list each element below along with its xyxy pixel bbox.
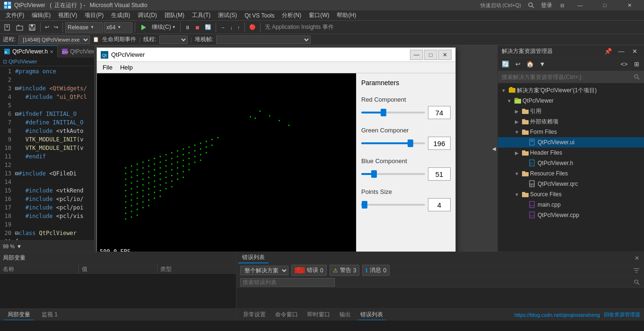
green-value[interactable]: 196 xyxy=(428,137,451,150)
qt-menu-help[interactable]: Help xyxy=(116,63,137,72)
menu-file[interactable]: 文件(F) xyxy=(2,10,28,20)
menu-qt[interactable]: Qt VS Tools xyxy=(241,11,278,20)
blog-link[interactable]: https://blog.csdn.net/qinqinxiansheng xyxy=(514,312,600,318)
error-list-tab[interactable]: 错误列表 xyxy=(238,253,269,263)
menu-project[interactable]: 项目(P) xyxy=(81,10,107,20)
hdr-expand[interactable]: ▶ xyxy=(513,149,521,157)
tab-cpp[interactable]: C++ QtPclViewer.cpp xyxy=(58,45,95,58)
info-filter-btn[interactable]: ℹ 消息 0 xyxy=(362,265,390,276)
close-btn[interactable]: ✕ xyxy=(618,0,640,10)
solution-expand[interactable]: ▼ xyxy=(500,87,507,94)
menu-team[interactable]: 团队(M) xyxy=(161,10,188,20)
undo-btn[interactable]: ↩ xyxy=(43,22,51,33)
locals-tab[interactable]: 局部变量 xyxy=(4,310,34,320)
points-slider[interactable] xyxy=(361,204,425,206)
solution-search-input[interactable] xyxy=(502,74,632,80)
qtpclviewer-ui[interactable]: QtPclViewer.ui xyxy=(498,137,644,148)
project-expand[interactable]: ▼ xyxy=(505,97,513,105)
pin-btn[interactable]: 📌 xyxy=(602,46,614,57)
thread-select[interactable] xyxy=(159,35,188,44)
platform-dropdown[interactable]: x64 ▼ xyxy=(104,22,132,33)
scope-select[interactable]: 整个解决方案 xyxy=(240,266,288,275)
code-content[interactable]: 1#pragma once 2 3⊟#include <QtWidgets/ 4… xyxy=(0,66,94,240)
maximize-btn[interactable]: □ xyxy=(594,0,616,10)
warning-filter-btn[interactable]: ⚠ 警告 3 xyxy=(330,265,360,276)
pcl-canvas[interactable]: 500.0 FPS xyxy=(97,73,356,252)
config-dropdown[interactable]: Release ▼ xyxy=(65,22,103,33)
save-btn[interactable] xyxy=(26,22,38,33)
minimize-btn[interactable]: — xyxy=(569,0,591,10)
project-root[interactable]: ▼ QtPclViewer xyxy=(498,96,644,106)
panel-collapse-btn[interactable]: ◀ xyxy=(491,134,497,163)
open-btn[interactable] xyxy=(14,22,26,33)
se-sync-btn[interactable]: 🔄 xyxy=(500,59,511,70)
cmd-tab[interactable]: 命令窗口 xyxy=(272,310,301,320)
output-tab[interactable]: 输出 xyxy=(337,310,354,320)
ref-expand[interactable]: ▶ xyxy=(513,107,521,115)
zoom-down[interactable]: ▼ xyxy=(17,244,22,249)
step-over-btn[interactable]: → xyxy=(218,22,227,33)
play-btn[interactable] xyxy=(138,22,149,33)
menu-edit[interactable]: 编辑(E) xyxy=(28,10,54,20)
menu-test[interactable]: 测试(S) xyxy=(214,10,241,20)
source-files-folder[interactable]: ▼ Source Files xyxy=(498,189,644,200)
green-slider[interactable] xyxy=(361,142,425,144)
continue-btn[interactable]: 继续(C) ▼ xyxy=(150,22,178,33)
menu-view[interactable]: 视图(V) xyxy=(54,10,81,20)
restart-btn[interactable]: 🔄 xyxy=(203,22,213,33)
pause-btn[interactable]: ⏸ xyxy=(183,22,192,33)
exception-tab[interactable]: 异常设置 xyxy=(240,310,269,320)
redo-btn[interactable]: ↪ xyxy=(52,22,60,33)
menu-help[interactable]: 帮助(H) xyxy=(333,10,360,20)
quick-launch[interactable]: 快速启动 (Ctrl+Q) xyxy=(477,2,525,9)
collapse-se-btn[interactable]: — xyxy=(616,46,627,57)
main-cpp[interactable]: c++ main.cpp xyxy=(498,200,644,210)
menu-analyze[interactable]: 分析(N) xyxy=(278,10,305,20)
red-value[interactable]: 74 xyxy=(428,106,451,119)
form-expand[interactable]: ▼ xyxy=(513,128,521,136)
header-files-folder[interactable]: ▶ Header Files xyxy=(498,148,644,158)
qtpclviewer-cpp[interactable]: c++ QtPclViewer.cpp xyxy=(498,210,644,220)
external-deps-folder[interactable]: ▶ 外部依赖项 xyxy=(498,116,644,127)
resource-manager-link[interactable]: 回收资源管理器 xyxy=(604,311,640,318)
close-se-btn[interactable]: ✕ xyxy=(629,46,640,57)
step-into-btn[interactable]: ↓ xyxy=(228,22,235,33)
stack-select[interactable] xyxy=(216,35,311,44)
menu-build[interactable]: 生成(B) xyxy=(107,10,134,20)
menu-tools[interactable]: 工具(T) xyxy=(188,10,214,20)
form-files-folder[interactable]: ▼ Form Files xyxy=(498,127,644,137)
blue-value[interactable]: 51 xyxy=(428,167,451,181)
res-expand[interactable]: ▼ xyxy=(513,170,521,177)
qt-minimize-btn[interactable]: — xyxy=(410,50,423,60)
ext-expand[interactable]: ▶ xyxy=(513,118,521,125)
immediate-tab[interactable]: 即时窗口 xyxy=(305,310,333,320)
search-error-input[interactable] xyxy=(240,278,335,287)
red-slider[interactable] xyxy=(361,112,425,113)
new-btn[interactable] xyxy=(2,22,13,33)
qt-close-btn[interactable]: ✕ xyxy=(438,50,452,60)
qrc-file[interactable]: qrc QtPclViewer.qrc xyxy=(498,179,644,189)
se-props-btn[interactable]: ⊞ xyxy=(631,59,642,70)
references-folder[interactable]: ▶ 引用 xyxy=(498,106,644,116)
stop-btn[interactable]: ⏹ xyxy=(193,22,202,33)
src-expand[interactable]: ▼ xyxy=(513,191,521,198)
solution-root[interactable]: ▼ 解决方案'QtPclViewer'(1个项目) xyxy=(498,85,644,96)
qtpclviewer-h[interactable]: h QtPclViewer.h xyxy=(498,158,644,168)
qt-maximize-btn[interactable]: □ xyxy=(424,50,437,60)
se-home-btn[interactable]: 🏠 xyxy=(524,59,536,70)
points-value[interactable]: 4 xyxy=(428,198,451,211)
blue-slider[interactable] xyxy=(361,173,425,175)
qt-menu-file[interactable]: File xyxy=(99,63,116,72)
error-filter-btn[interactable]: 🚫 错误 0 xyxy=(291,265,327,276)
tab-h-close[interactable]: ✕ xyxy=(50,49,53,54)
resource-files-folder[interactable]: ▼ Resource Files xyxy=(498,168,644,179)
tab-header-h[interactable]: h QtPclViewer.h ✕ xyxy=(0,45,58,58)
process-select[interactable]: [14548] QtPclViewer.exe xyxy=(18,35,90,44)
error-list-tab-bottom[interactable]: 错误列表 xyxy=(357,310,386,320)
se-refresh-btn[interactable]: ↩ xyxy=(512,59,523,70)
menu-window[interactable]: 窗口(W) xyxy=(305,10,333,20)
menu-debug[interactable]: 调试(D) xyxy=(134,10,161,20)
watch-tab[interactable]: 监视 1 xyxy=(38,310,61,320)
step-out-btn[interactable]: ↑ xyxy=(235,22,242,33)
breakpoint-btn[interactable]: 🔴 xyxy=(247,22,258,33)
